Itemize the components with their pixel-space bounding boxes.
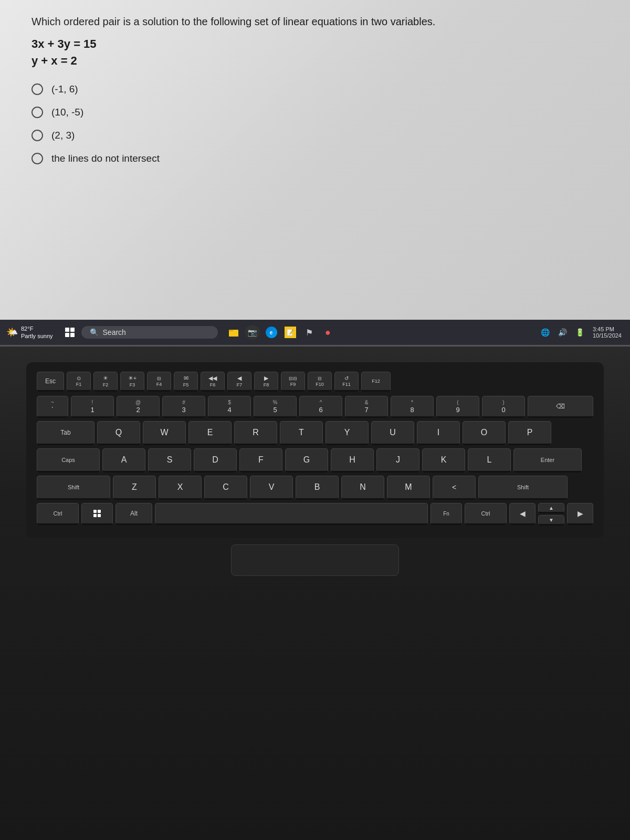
notifications-icon[interactable]: ⚑	[301, 324, 318, 341]
key-v[interactable]: V	[250, 476, 293, 500]
sticky-notes-icon[interactable]: 📝	[282, 324, 299, 341]
key-f9[interactable]: ⊟⊟ F9	[281, 372, 305, 392]
key-esc[interactable]: Esc	[37, 372, 64, 392]
key-a[interactable]: A	[102, 448, 145, 472]
win-key-logo	[93, 510, 101, 517]
key-j[interactable]: J	[376, 448, 419, 472]
key-6[interactable]: ^ 6	[299, 396, 342, 418]
key-w[interactable]: W	[143, 421, 186, 445]
key-shift-right[interactable]: Shift	[478, 476, 568, 500]
f3-icon: ☀+	[128, 375, 136, 382]
key-3[interactable]: # 3	[162, 396, 205, 418]
start-button[interactable]	[61, 324, 78, 341]
key-y[interactable]: Y	[326, 421, 369, 445]
key-f8[interactable]: ▶ F8	[254, 372, 278, 392]
key-shift-left[interactable]: Shift	[37, 476, 110, 500]
key-g[interactable]: G	[285, 448, 328, 472]
option-opt1[interactable]: (-1, 6)	[32, 83, 598, 95]
answer-options: (-1, 6) (10, -5) (2, 3) the lines do not…	[32, 83, 598, 164]
key-1[interactable]: ! 1	[71, 396, 114, 418]
key-r[interactable]: R	[234, 421, 277, 445]
key-p[interactable]: P	[508, 421, 551, 445]
f4-icon: ⊟	[157, 376, 161, 381]
key-alt-left[interactable]: Alt	[116, 503, 152, 525]
key-tab[interactable]: Tab	[37, 421, 94, 445]
battery-icon[interactable]: 🔋	[573, 326, 586, 339]
key-enter[interactable]: Enter	[513, 448, 582, 472]
key-x[interactable]: X	[159, 476, 202, 500]
key-i[interactable]: I	[417, 421, 460, 445]
key-arrow-down[interactable]: ▼	[538, 515, 564, 526]
option-text-opt3: (2, 3)	[51, 130, 75, 141]
key-f3[interactable]: ☀+ F3	[120, 372, 144, 392]
key-caps-lock[interactable]: Caps	[37, 448, 100, 472]
radio-opt1[interactable]	[32, 83, 43, 95]
option-opt2[interactable]: (10, -5)	[32, 107, 598, 118]
key-f5[interactable]: ✉ F5	[174, 372, 198, 392]
search-label: Search	[103, 328, 126, 337]
laptop-body: Esc ⊙ F1 ☀ F2 ☀+ F3 ⊟ F4 ✉ F5 ◀◀	[0, 346, 630, 840]
key-q[interactable]: Q	[97, 421, 140, 445]
key-o[interactable]: O	[463, 421, 506, 445]
key-8[interactable]: * 8	[391, 396, 434, 418]
key-2[interactable]: @ 2	[117, 396, 160, 418]
key-n[interactable]: N	[341, 476, 384, 500]
key-arrow-right[interactable]: ▶	[567, 503, 593, 525]
key-fn-right[interactable]: Fn	[430, 503, 462, 525]
key-f[interactable]: F	[239, 448, 282, 472]
taskbar-search[interactable]: 🔍 Search	[81, 326, 218, 339]
key-l[interactable]: L	[468, 448, 511, 472]
key-backspace[interactable]: ⌫	[528, 396, 593, 418]
close-circle-icon[interactable]: ●	[320, 324, 337, 341]
laptop-screen: Which ordered pair is a solution to the …	[0, 0, 630, 346]
key-d[interactable]: D	[194, 448, 237, 472]
radio-opt2[interactable]	[32, 107, 43, 118]
key-5[interactable]: % 5	[254, 396, 297, 418]
key-comma[interactable]: <	[433, 476, 476, 500]
key-ctrl-right[interactable]: Ctrl	[465, 503, 507, 525]
key-s[interactable]: S	[148, 448, 191, 472]
key-spacebar[interactable]	[155, 503, 428, 525]
qwerty-row: Tab Q W E R T Y U I O P	[37, 421, 593, 445]
network-icon[interactable]: 🌐	[539, 326, 552, 339]
bottom-key-row: Ctrl Alt Fn Ctrl ◀ ▲ ▼ ▶	[37, 503, 593, 526]
file-explorer-icon[interactable]	[225, 324, 242, 341]
key-k[interactable]: K	[422, 448, 465, 472]
radio-opt4[interactable]	[32, 153, 43, 164]
key-u[interactable]: U	[371, 421, 414, 445]
key-f2[interactable]: ☀ F2	[93, 372, 118, 392]
sys-tray-icons: 🌐 🔊 🔋 3:45 PM10/15/2024	[539, 324, 624, 341]
option-opt3[interactable]: (2, 3)	[32, 130, 598, 141]
key-e[interactable]: E	[188, 421, 232, 445]
key-f11[interactable]: ↺ F11	[334, 372, 359, 392]
key-t[interactable]: T	[280, 421, 323, 445]
camera-icon[interactable]: 📷	[244, 324, 261, 341]
radio-opt3[interactable]	[32, 130, 43, 141]
key-0[interactable]: ) 0	[482, 396, 525, 418]
key-c[interactable]: C	[204, 476, 247, 500]
key-f10[interactable]: ⊟ F10	[308, 372, 332, 392]
key-f1[interactable]: ⊙ F1	[67, 372, 91, 392]
key-m[interactable]: M	[387, 476, 430, 500]
three-symbol: 3	[182, 406, 185, 414]
windows-logo	[65, 328, 75, 337]
key-arrow-left[interactable]: ◀	[509, 503, 536, 525]
option-opt4[interactable]: the lines do not intersect	[32, 153, 598, 164]
key-h[interactable]: H	[331, 448, 374, 472]
key-f6[interactable]: ◀◀ F6	[201, 372, 225, 392]
key-windows[interactable]	[81, 503, 113, 525]
key-ctrl-left[interactable]: Ctrl	[37, 503, 79, 525]
key-9[interactable]: ( 9	[436, 396, 479, 418]
key-arrow-up[interactable]: ▲	[538, 503, 564, 513]
key-f12[interactable]: F12	[361, 372, 391, 392]
key-f7[interactable]: ◀ F7	[227, 372, 251, 392]
key-backtick[interactable]: ~ `	[37, 396, 68, 418]
edge-browser-icon[interactable]: e	[263, 324, 280, 341]
volume-icon[interactable]: 🔊	[556, 326, 569, 339]
key-7[interactable]: & 7	[345, 396, 388, 418]
key-4[interactable]: $ 4	[208, 396, 251, 418]
key-b[interactable]: B	[296, 476, 339, 500]
key-f4[interactable]: ⊟ F4	[147, 372, 171, 392]
trackpad[interactable]	[231, 544, 399, 576]
key-z[interactable]: Z	[113, 476, 156, 500]
